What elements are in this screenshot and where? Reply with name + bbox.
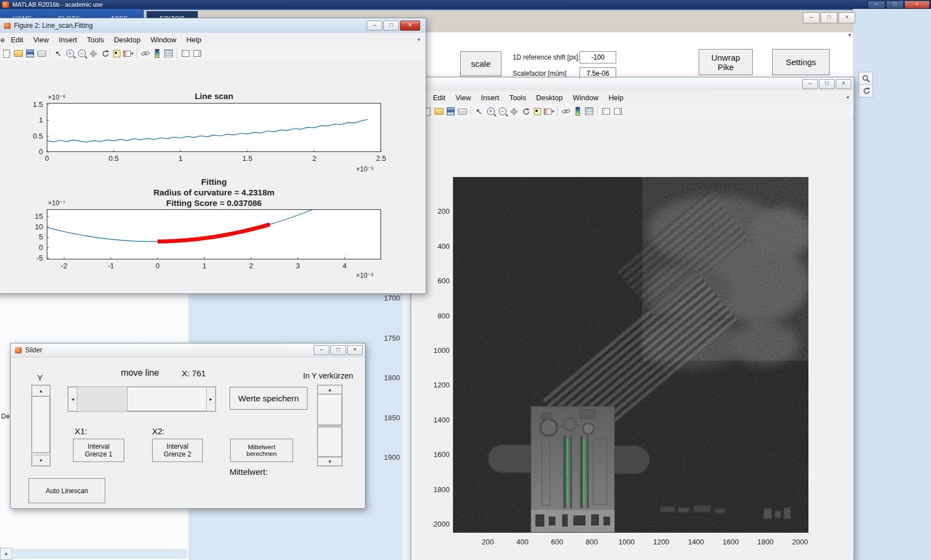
slider-down-icon[interactable]: ▼	[32, 455, 50, 466]
link-plot-icon[interactable]	[560, 107, 571, 116]
figure-image-close-button[interactable]: ×	[836, 79, 851, 89]
strip-restore-button[interactable]: □	[821, 12, 837, 23]
menu-window[interactable]: Window	[145, 35, 181, 45]
edit-plot-cursor-icon[interactable]: ↖	[53, 49, 64, 58]
rotate-3d-icon[interactable]	[520, 107, 531, 116]
data-cursor-icon[interactable]	[111, 49, 122, 58]
link-plot-icon[interactable]	[140, 49, 150, 58]
fitting-plot[interactable]: -2-101234-5051015	[47, 209, 381, 259]
auto-linescan-button[interactable]: Auto Linescan	[28, 478, 105, 503]
rotate-3d-icon[interactable]	[100, 49, 110, 58]
zoom-out-icon[interactable]: −	[497, 107, 508, 116]
zoom-in-icon[interactable]: +	[485, 107, 496, 116]
menu-edit[interactable]: Edit	[428, 92, 450, 103]
scrollbar-arrow-button[interactable]: ▲	[0, 548, 12, 560]
collapse-ribbon-icon[interactable]: ▾	[844, 31, 856, 40]
interval-grenze-1-button[interactable]: Interval Grenze 1	[73, 439, 124, 462]
image-y-tick-label: 600	[426, 277, 450, 285]
slider-down-icon[interactable]: ▼	[318, 457, 342, 466]
plottools-on-icon[interactable]	[612, 107, 623, 116]
figure2-close-button[interactable]: ×	[400, 21, 420, 31]
edit-plot-cursor-icon[interactable]: ↖	[474, 107, 484, 116]
slider-minimize-button[interactable]: –	[314, 345, 329, 355]
slider-left-icon[interactable]: ◄	[68, 387, 77, 411]
slider-up-icon[interactable]: ▲	[318, 385, 342, 394]
menu-help[interactable]: Help	[603, 92, 628, 103]
main-maximize-button[interactable]: □	[886, 1, 904, 9]
strip-close-button[interactable]: ×	[839, 12, 855, 23]
scale-button[interactable]: scale	[460, 51, 501, 76]
main-close-button[interactable]: ×	[904, 1, 930, 9]
slider-thumb[interactable]	[318, 394, 342, 425]
settings-button[interactable]: Settings	[772, 49, 830, 75]
interferogram-image[interactable]	[453, 177, 808, 533]
data-cursor-icon[interactable]	[532, 107, 543, 116]
menu-view[interactable]: View	[450, 92, 476, 103]
brush-icon[interactable]: ▾	[123, 49, 134, 58]
plottools-off-icon[interactable]	[180, 49, 191, 58]
menu-window[interactable]: Window	[568, 92, 603, 103]
pan-icon[interactable]	[88, 49, 99, 58]
menu-file-partial[interactable]: e	[0, 35, 6, 45]
figure2-minimize-button[interactable]: –	[367, 21, 382, 31]
slider-close-button[interactable]: ×	[347, 345, 363, 355]
y-shorten-slider-bottom[interactable]: ▼	[317, 426, 343, 466]
search-icon[interactable]	[859, 72, 873, 85]
main-minimize-button[interactable]: –	[867, 1, 885, 9]
werte-speichern-button[interactable]: Werte speichern	[230, 387, 308, 410]
strip-minimize-button[interactable]: –	[803, 12, 820, 23]
refresh-icon[interactable]	[859, 84, 873, 97]
x-tick-label: 2.5	[376, 154, 386, 163]
insert-legend-icon[interactable]	[163, 49, 174, 58]
menu-edit[interactable]: Edit	[6, 35, 28, 45]
interval-grenze-2-button[interactable]: Interval Grenze 2	[152, 439, 203, 462]
slider-thumb[interactable]	[318, 427, 342, 457]
slider-thumb[interactable]	[127, 387, 208, 411]
insert-colorbar-icon[interactable]	[152, 49, 162, 58]
open-file-icon[interactable]	[13, 49, 23, 58]
ref-shift-input[interactable]	[579, 51, 616, 63]
menu-insert[interactable]: Insert	[476, 92, 504, 103]
slider-thumb[interactable]	[32, 396, 50, 453]
move-line-slider[interactable]: ◄ ►	[67, 386, 216, 412]
pan-icon[interactable]	[509, 107, 519, 116]
open-file-icon[interactable]	[433, 107, 444, 116]
menubar-overflow-icon[interactable]: ▾	[417, 37, 420, 42]
menubar-overflow-icon[interactable]: ▾	[846, 95, 849, 100]
zoom-out-icon[interactable]: −	[76, 49, 87, 58]
insert-colorbar-icon[interactable]	[572, 107, 583, 116]
brush-icon[interactable]: ▾	[544, 107, 554, 116]
print-figure-icon[interactable]	[36, 49, 47, 58]
insert-legend-icon[interactable]	[584, 107, 594, 116]
save-figure-icon[interactable]	[25, 49, 35, 58]
print-figure-icon[interactable]	[457, 107, 467, 116]
menu-desktop[interactable]: Desktop	[531, 92, 568, 103]
plottools-on-icon[interactable]	[192, 49, 202, 58]
slider-right-icon[interactable]: ►	[206, 387, 216, 411]
slider-up-icon[interactable]: ▲	[32, 385, 50, 396]
menu-view[interactable]: View	[28, 35, 54, 45]
figure-image-title-bar[interactable]: d – □ ×	[411, 77, 854, 91]
linescan-plot[interactable]: 00.511.522.500.511.5	[47, 103, 381, 152]
y-shorten-slider-top[interactable]: ▲	[317, 385, 343, 426]
figure2-restore-button[interactable]: □	[383, 21, 399, 31]
plottools-off-icon[interactable]	[601, 107, 611, 116]
y-slider[interactable]: ▲ ▼	[31, 385, 51, 466]
save-figure-icon[interactable]	[445, 107, 456, 116]
figure-image-minimize-button[interactable]: –	[802, 79, 818, 89]
zoom-in-icon[interactable]: +	[65, 49, 75, 58]
main-title-bar[interactable]: MATLAB R2016b - academic use – □ ×	[0, 0, 931, 9]
new-figure-icon[interactable]	[1, 49, 12, 58]
slider-restore-button[interactable]: □	[330, 345, 346, 355]
menu-desktop[interactable]: Desktop	[109, 35, 145, 45]
figure-image-restore-button[interactable]: □	[819, 79, 835, 89]
slider-title-bar[interactable]: Slider – □ ×	[11, 343, 365, 357]
scrollbar-trough[interactable]	[12, 549, 187, 558]
unwrap-pike-button[interactable]: Unwrap Pike	[699, 49, 753, 75]
menu-tools[interactable]: Tools	[504, 92, 531, 103]
figure2-title-bar[interactable]: Figure 2: Line_scan,Fitting – □ ×	[0, 18, 426, 33]
menu-help[interactable]: Help	[181, 35, 206, 45]
mittelwert-berechnen-button[interactable]: Mittelwert berechnen	[230, 439, 293, 462]
menu-tools[interactable]: Tools	[82, 35, 109, 45]
menu-insert[interactable]: Insert	[54, 35, 82, 45]
